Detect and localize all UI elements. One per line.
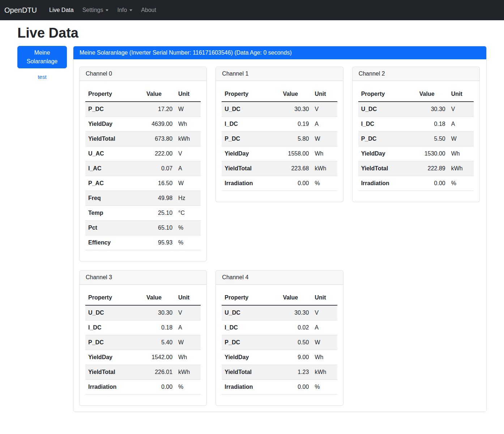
column-header-value: Value	[269, 290, 312, 305]
column-header-property: Property	[85, 290, 133, 305]
property-cell: P_DC	[358, 132, 406, 146]
channel-title: Channel 2	[353, 67, 479, 81]
channel-body: Property Value Unit P_DC17.20WYieldDay46…	[80, 81, 206, 261]
nav-item-label: Live Data	[49, 7, 74, 13]
table-row: YieldTotal222.89kWh	[358, 161, 474, 176]
inverter-sidebar: Meine Solaranlage test	[17, 46, 67, 80]
channel-title: Channel 0	[80, 67, 206, 81]
property-cell: I_DC	[358, 117, 406, 132]
property-cell: Irradiation	[222, 176, 269, 191]
unit-cell: %	[312, 176, 337, 191]
test-inverter-link[interactable]: test	[17, 74, 67, 80]
property-cell: YieldTotal	[222, 161, 269, 176]
table-row: I_DC0.18A	[85, 320, 201, 335]
property-cell: I_DC	[222, 320, 269, 335]
value-cell: 1558.00	[269, 146, 312, 161]
unit-cell: V	[448, 102, 474, 117]
column-header-property: Property	[222, 87, 269, 102]
value-cell: 0.07	[133, 161, 175, 176]
property-cell: P_DC	[222, 132, 269, 146]
unit-cell: %	[175, 235, 201, 250]
value-cell: 0.00	[269, 176, 312, 191]
nav-item-label: Info	[117, 7, 127, 13]
column-header-value: Value	[269, 87, 312, 102]
value-cell: 49.98	[133, 191, 175, 206]
table-row: YieldDay1542.00Wh	[85, 350, 201, 365]
table-row: P_AC16.50W	[85, 176, 201, 191]
top-navbar: OpenDTU Live Data Settings Info About	[0, 0, 504, 20]
page-title: Live Data	[17, 25, 487, 41]
property-cell: Irradiation	[222, 380, 269, 395]
inverter-panel: Meine Solaranlage (Inverter Serial Numbe…	[73, 46, 487, 412]
table-row: I_AC0.07A	[85, 161, 201, 176]
property-cell: Pct	[85, 221, 133, 235]
unit-cell: A	[448, 117, 474, 132]
property-cell: I_DC	[222, 117, 269, 132]
channel-table-body: U_DC30.30VI_DC0.18AP_DC5.50WYieldDay1530…	[358, 102, 474, 191]
channel-title: Channel 4	[216, 271, 343, 285]
channel-card: Channel 4 Property Value Unit U_DC30.30V…	[215, 270, 343, 406]
value-cell: 222.89	[406, 161, 448, 176]
column-header-value: Value	[406, 87, 448, 102]
table-row: YieldTotal673.80kWh	[85, 132, 201, 146]
channel-title: Channel 1	[216, 67, 343, 81]
property-cell: U_DC	[358, 102, 406, 117]
column-header-property: Property	[222, 290, 269, 305]
value-cell: 673.80	[133, 132, 175, 146]
nav-item-about[interactable]: About	[138, 4, 159, 16]
value-cell: 16.50	[133, 176, 175, 191]
channel-body: Property Value Unit U_DC30.30VI_DC0.19AP…	[216, 81, 343, 202]
unit-cell: W	[448, 132, 474, 146]
unit-cell: W	[312, 335, 337, 350]
property-cell: YieldTotal	[85, 132, 133, 146]
nav-item-info[interactable]: Info	[114, 4, 135, 16]
value-cell: 1.23	[269, 365, 312, 380]
unit-cell: V	[312, 305, 337, 320]
nav-item-settings[interactable]: Settings	[80, 4, 112, 16]
unit-cell: W	[175, 176, 201, 191]
unit-cell: °C	[175, 206, 201, 221]
value-cell: 30.30	[406, 102, 448, 117]
value-cell: 30.30	[133, 305, 175, 320]
property-cell: YieldTotal	[222, 365, 269, 380]
table-row: Freq49.98Hz	[85, 191, 201, 206]
chevron-down-icon	[129, 9, 132, 11]
value-cell: 17.20	[133, 102, 175, 117]
channel-card: Channel 1 Property Value Unit U_DC30.30V…	[215, 67, 343, 202]
unit-cell: %	[312, 380, 337, 395]
table-row: I_DC0.19A	[222, 117, 337, 132]
property-cell: YieldTotal	[358, 161, 406, 176]
nav-item-live-data[interactable]: Live Data	[46, 4, 77, 16]
property-cell: YieldDay	[358, 146, 406, 161]
value-cell: 0.18	[133, 320, 175, 335]
property-cell: YieldDay	[85, 117, 133, 132]
channel-title: Channel 3	[80, 271, 206, 285]
value-cell: 25.10	[133, 206, 175, 221]
channel-table-body: U_DC30.30VI_DC0.19AP_DC5.80WYieldDay1558…	[222, 102, 337, 191]
column-header-value: Value	[133, 87, 175, 102]
table-row: Irradiation0.00%	[85, 380, 201, 395]
table-row: Irradiation0.00%	[222, 380, 337, 395]
property-cell: I_DC	[85, 320, 133, 335]
inverter-select-button[interactable]: Meine Solaranlage	[17, 46, 67, 68]
unit-cell: A	[312, 117, 337, 132]
property-cell: P_DC	[222, 335, 269, 350]
channel-body: Property Value Unit U_DC30.30VI_DC0.02AP…	[216, 285, 343, 405]
value-cell: 0.02	[269, 320, 312, 335]
unit-cell: kWh	[312, 161, 337, 176]
value-cell: 4639.00	[133, 117, 175, 132]
table-row: Irradiation0.00%	[358, 176, 474, 191]
page-content: Live Data Meine Solaranlage test Meine S…	[0, 20, 504, 430]
property-cell: Temp	[85, 206, 133, 221]
table-header-row: Property Value Unit	[358, 87, 474, 102]
table-row: YieldTotal223.68kWh	[222, 161, 337, 176]
channel-table: Property Value Unit U_DC30.30VI_DC0.02AP…	[222, 290, 337, 395]
table-row: Effiency95.93%	[85, 235, 201, 250]
property-cell: YieldDay	[222, 146, 269, 161]
table-row: YieldDay9.00Wh	[222, 350, 337, 365]
unit-cell: kWh	[175, 365, 201, 380]
brand-link[interactable]: OpenDTU	[4, 6, 37, 14]
nav-item-label: About	[141, 7, 156, 13]
table-row: U_DC30.30V	[358, 102, 474, 117]
value-cell: 223.68	[269, 161, 312, 176]
